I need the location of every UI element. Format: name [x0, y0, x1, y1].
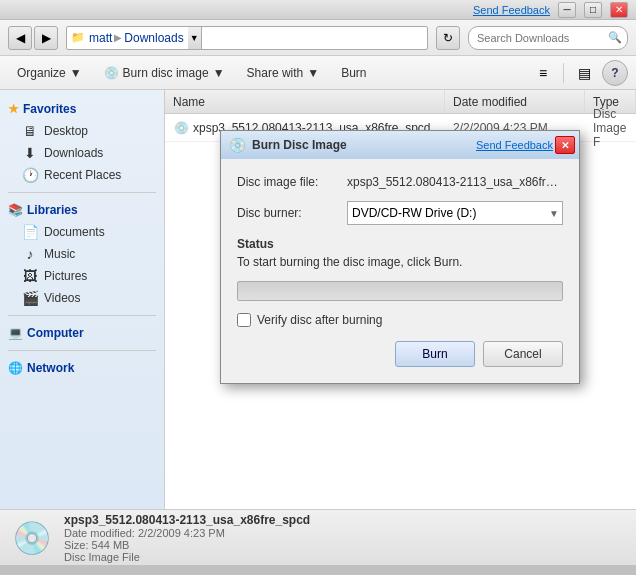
burn-disc-dialog: 💿 Burn Disc Image Send Feedback ✕ Disc i…	[220, 130, 580, 384]
dialog-send-feedback-link[interactable]: Send Feedback	[476, 139, 553, 151]
disc-image-value: xpsp3_5512.080413-2113_usa_x86fre_spc	[347, 175, 563, 189]
disc-image-label: Disc image file:	[237, 175, 347, 189]
disc-burner-row: Disc burner: DVD/CD-RW Drive (D:) ▼	[237, 201, 563, 225]
dialog-disc-icon: 💿	[229, 137, 246, 153]
verify-checkbox-row: Verify disc after burning	[237, 313, 563, 327]
cancel-dialog-button[interactable]: Cancel	[483, 341, 563, 367]
disc-burner-select[interactable]: DVD/CD-RW Drive (D:)	[347, 201, 563, 225]
verify-checkbox[interactable]	[237, 313, 251, 327]
dialog-buttons: Burn Cancel	[237, 341, 563, 367]
disc-image-row: Disc image file: xpsp3_5512.080413-2113_…	[237, 175, 563, 189]
status-section: Status To start burning the disc image, …	[237, 237, 563, 269]
status-section-text: To start burning the disc image, click B…	[237, 255, 563, 269]
disc-burner-label: Disc burner:	[237, 206, 347, 220]
dialog-body: Disc image file: xpsp3_5512.080413-2113_…	[221, 159, 579, 383]
dialog-title-left: 💿 Burn Disc Image	[229, 137, 347, 153]
dialog-title-bar: 💿 Burn Disc Image Send Feedback ✕	[221, 131, 579, 159]
verify-label[interactable]: Verify disc after burning	[257, 313, 382, 327]
disc-burner-select-wrapper: DVD/CD-RW Drive (D:) ▼	[347, 201, 563, 225]
status-section-label: Status	[237, 237, 563, 251]
dialog-close-button[interactable]: ✕	[555, 136, 575, 154]
dialog-controls: Send Feedback ✕	[476, 136, 575, 154]
dialog-title-text: Burn Disc Image	[252, 138, 347, 152]
burn-dialog-button[interactable]: Burn	[395, 341, 475, 367]
progress-bar-container	[237, 281, 563, 301]
dialog-overlay: 💿 Burn Disc Image Send Feedback ✕ Disc i…	[0, 0, 636, 575]
